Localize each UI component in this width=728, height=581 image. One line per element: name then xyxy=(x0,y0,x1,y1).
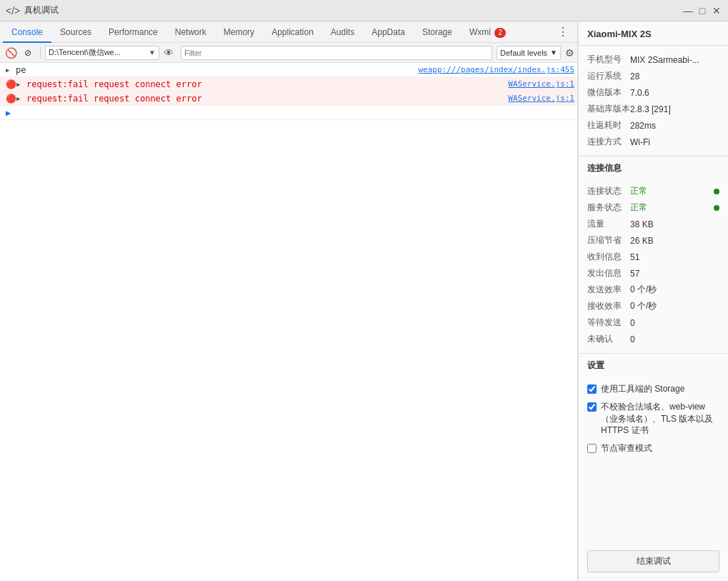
row-text-error1: request:fail request connect error xyxy=(26,79,502,89)
levels-dropdown[interactable]: Default levels ▼ xyxy=(497,46,561,60)
levels-label: Default levels xyxy=(500,49,547,57)
info-row-model: 手机型号 MIX 2Sarmeabi-... xyxy=(587,51,719,68)
row-source-pe[interactable]: weapp:///pages/index/index.js:455 xyxy=(418,65,574,74)
settings-button[interactable]: ⚙ xyxy=(565,47,574,59)
console-toolbar: 🚫 ⊘ D:\Tencent\微信we... ▼ 👁 Default level… xyxy=(0,43,577,63)
device-header: Xiaomi-MIX 2S xyxy=(579,21,728,46)
toolbar-divider-1 xyxy=(40,47,41,59)
info-row-waiting: 等待发送 0 xyxy=(587,314,719,331)
titlebar-icon: </> xyxy=(6,5,20,16)
info-value-model: MIX 2Sarmeabi-... xyxy=(630,55,719,65)
settings-checkbox-storage[interactable] xyxy=(587,384,597,394)
levels-dropdown-icon: ▼ xyxy=(550,49,557,56)
tabs-bar: Console Sources Performance Network Memo… xyxy=(0,21,577,43)
info-value-conn-status: 正常 xyxy=(630,185,711,197)
row-text-pe: pe xyxy=(16,65,412,75)
info-value-conn: Wi-Fi xyxy=(630,137,719,147)
tab-application[interactable]: Application xyxy=(263,21,322,43)
svc-status-dot xyxy=(714,205,719,211)
settings-checkbox-domain[interactable] xyxy=(587,402,597,412)
info-row-sdk: 基础库版本 2.8.3 [291] xyxy=(587,101,719,117)
row-source-error1[interactable]: WAService.js:1 xyxy=(508,79,574,89)
console-row-error1: 🔴 ▶ request:fail request connect error W… xyxy=(0,77,577,91)
ban-button[interactable]: 🚫 xyxy=(3,45,19,61)
info-row-recv-rate: 接收效率 0 个/秒 xyxy=(587,298,719,314)
info-label-conn: 连接方式 xyxy=(587,136,630,148)
spacer xyxy=(579,463,728,550)
info-value-waiting: 0 xyxy=(630,318,719,328)
info-row-svc-status: 服务状态 正常 xyxy=(587,199,719,216)
info-row-unconfirmed: 未确认 0 xyxy=(587,331,719,347)
tab-audits[interactable]: Audits xyxy=(322,21,363,43)
tab-console[interactable]: Console xyxy=(3,21,51,43)
restore-button[interactable]: □ xyxy=(697,5,708,16)
tab-wxml[interactable]: Wxml 2 xyxy=(461,21,514,43)
info-label-model: 手机型号 xyxy=(587,54,630,66)
tab-appdata[interactable]: AppData xyxy=(363,21,414,43)
devtools-panel: Console Sources Performance Network Memo… xyxy=(0,21,578,581)
settings-item-domain: 不校验合法域名、web-view（业务域名）、TLS 版本以及 HTTPS 证书 xyxy=(587,398,719,440)
info-label-recv-rate: 接收效率 xyxy=(587,300,630,312)
prompt-icon: ▶ xyxy=(6,108,11,118)
info-value-os: 28 xyxy=(630,71,719,81)
device-info-section: 手机型号 MIX 2Sarmeabi-... 运行系统 28 微信版本 7.0.… xyxy=(579,46,728,157)
path-dropdown-icon: ▼ xyxy=(149,49,156,56)
eye-button[interactable]: 👁 xyxy=(161,45,176,61)
info-row-conn: 连接方式 Wi-Fi xyxy=(587,134,719,150)
console-row-error2: 🔴 ▶ request:fail request connect error W… xyxy=(0,91,577,106)
settings-checkbox-audit[interactable] xyxy=(587,444,597,453)
tabs-more-button[interactable]: ⋮ xyxy=(552,25,574,39)
tab-network[interactable]: Network xyxy=(166,21,215,43)
console-content: ▶ pe weapp:///pages/index/index.js:455 🔴… xyxy=(0,63,577,581)
tab-sources[interactable]: Sources xyxy=(51,21,100,43)
info-row-wechat: 微信版本 7.0.6 xyxy=(587,84,719,101)
info-value-recv-rate: 0 个/秒 xyxy=(630,300,719,312)
info-label-traffic: 流量 xyxy=(587,218,630,230)
info-label-waiting: 等待发送 xyxy=(587,317,630,329)
end-debug-button[interactable]: 结束调试 xyxy=(587,550,719,572)
titlebar-controls: — □ ✕ xyxy=(682,5,722,16)
filter-input[interactable] xyxy=(184,49,489,57)
path-text: D:\Tencent\微信we... xyxy=(49,47,149,58)
info-row-recv-msg: 收到信息 51 xyxy=(587,249,719,265)
error-icon-2: 🔴 xyxy=(6,94,16,104)
info-value-svc-status: 正常 xyxy=(630,202,711,214)
console-row-pe: ▶ pe weapp:///pages/index/index.js:455 xyxy=(0,63,577,77)
info-label-os: 运行系统 xyxy=(587,70,630,82)
main-container: Console Sources Performance Network Memo… xyxy=(0,21,728,581)
tab-performance[interactable]: Performance xyxy=(100,21,166,43)
row-toggle-pe[interactable]: ▶ xyxy=(6,66,13,74)
titlebar: </> 真机调试 — □ ✕ xyxy=(0,0,728,21)
info-value-rtt: 282ms xyxy=(630,121,719,131)
tab-storage[interactable]: Storage xyxy=(414,21,461,43)
info-value-recv-msg: 51 xyxy=(630,252,719,262)
info-value-unconfirmed: 0 xyxy=(630,334,719,344)
connection-info-section: 连接状态 正常 服务状态 正常 流量 38 KB 压缩节省 26 KB 收到信息… xyxy=(579,177,728,354)
info-label-compress: 压缩节省 xyxy=(587,234,630,247)
device-name: Xiaomi-MIX 2S xyxy=(587,29,719,39)
settings-section-title: 设置 xyxy=(579,354,728,374)
row-text-error2: request:fail request connect error xyxy=(26,94,502,104)
info-row-conn-status: 连接状态 正常 xyxy=(587,183,719,199)
tab-memory[interactable]: Memory xyxy=(215,21,263,43)
info-label-sdk: 基础库版本 xyxy=(587,103,630,115)
top-button[interactable]: ⊘ xyxy=(20,45,36,61)
minimize-button[interactable]: — xyxy=(682,5,694,16)
settings-label-domain[interactable]: 不校验合法域名、web-view（业务域名）、TLS 版本以及 HTTPS 证书 xyxy=(601,401,719,437)
info-label-wechat: 微信版本 xyxy=(587,86,630,99)
info-row-send-msg: 发出信息 57 xyxy=(587,265,719,282)
right-panel: Xiaomi-MIX 2S 手机型号 MIX 2Sarmeabi-... 运行系… xyxy=(578,21,728,581)
info-label-send-msg: 发出信息 xyxy=(587,267,630,279)
filter-input-container[interactable] xyxy=(181,46,492,60)
console-row-prompt[interactable]: ▶ xyxy=(0,106,577,120)
conn-status-dot xyxy=(714,189,719,194)
row-toggle-error2[interactable]: ▶ xyxy=(16,95,24,102)
close-button[interactable]: ✕ xyxy=(711,5,722,16)
settings-label-storage[interactable]: 使用工具端的 Storage xyxy=(601,383,684,395)
row-source-error2[interactable]: WAService.js:1 xyxy=(508,94,574,103)
path-selector[interactable]: D:\Tencent\微信we... ▼ xyxy=(45,46,159,60)
error-icon-1: 🔴 xyxy=(6,79,16,89)
settings-label-audit[interactable]: 节点审查模式 xyxy=(601,442,652,455)
row-toggle-error1[interactable]: ▶ xyxy=(16,81,24,88)
connection-section-title: 连接信息 xyxy=(579,157,728,177)
